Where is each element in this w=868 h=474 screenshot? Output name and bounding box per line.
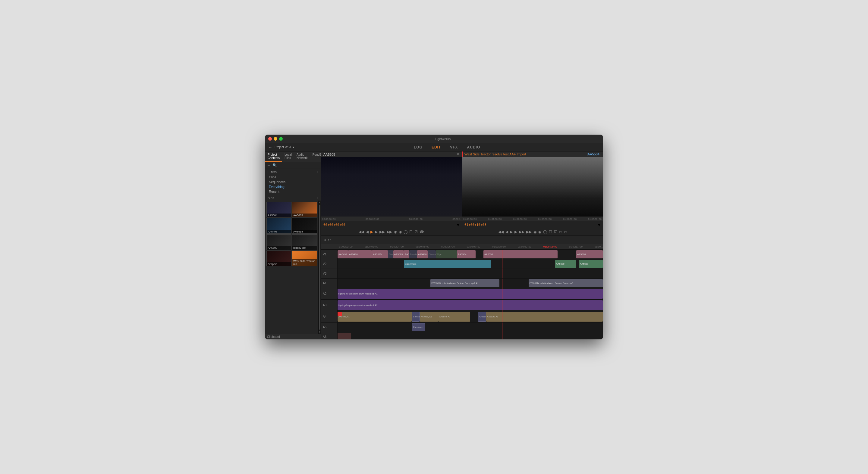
track-content-a1[interactable]: ZD595614 - chriskalhoon - Custom Demo.mp… bbox=[338, 278, 603, 288]
clip-aa5685[interactable]: AA5685 bbox=[372, 250, 388, 259]
tab-edit[interactable]: EDIT bbox=[432, 145, 441, 149]
back-icon[interactable]: ← bbox=[267, 163, 271, 167]
rec-to-start[interactable]: ◀◀ bbox=[498, 230, 504, 234]
track-content-a2[interactable]: fighting-for-you-quinn-erwin-musicbed, A… bbox=[338, 288, 603, 299]
minimize-button[interactable] bbox=[274, 137, 277, 141]
scroll-up[interactable]: ▲ bbox=[318, 201, 321, 204]
rec-play[interactable]: ▶ bbox=[510, 230, 513, 234]
rec-loop[interactable]: ▶▶ bbox=[526, 230, 532, 234]
clip-aa5530-a1[interactable]: AA5530, A1 bbox=[486, 312, 603, 321]
clip-dissolve1[interactable]: Dissolve bbox=[388, 250, 393, 259]
rec-step-fwd[interactable]: ▶ bbox=[515, 230, 517, 234]
close-button[interactable] bbox=[268, 137, 272, 141]
clip-aa568[interactable]: AA568 bbox=[404, 250, 409, 259]
clip-legacy-text[interactable]: legacy text bbox=[404, 260, 491, 268]
rec-audio1[interactable]: ✄ bbox=[559, 230, 562, 234]
rec-insert[interactable]: ◯ bbox=[543, 230, 547, 234]
clip-wst[interactable]: West Side Tractor res bbox=[292, 250, 317, 266]
clip-aa5496[interactable]: AA5496 bbox=[348, 250, 372, 259]
clip-crossfade1[interactable]: Crossfade bbox=[412, 312, 420, 321]
source-step-back[interactable]: ◀ bbox=[366, 230, 369, 234]
track-content-a6[interactable] bbox=[338, 332, 603, 339]
rec-clip[interactable]: ☑ bbox=[554, 230, 557, 234]
clip-dissolve2[interactable]: Dissolve bbox=[409, 250, 417, 259]
clip-aa5496-a1[interactable]: AA5496, A1 bbox=[338, 312, 412, 321]
source-loop[interactable]: ▶▶ bbox=[387, 230, 392, 234]
tl-tool2[interactable]: ↩ bbox=[328, 238, 331, 242]
track-content-a5[interactable]: Crossfade bbox=[338, 323, 603, 332]
tab-local-files[interactable]: Local Files bbox=[282, 151, 294, 162]
source-mark-out[interactable]: ◉ bbox=[399, 230, 402, 234]
clip-zd2[interactable]: ZD595614 - chriskalhoon - Custom Demo.mp… bbox=[529, 279, 603, 287]
clip-crossfade2[interactable]: Crossfad bbox=[478, 312, 486, 321]
clip-aa5498[interactable]: AA5498 bbox=[417, 250, 428, 259]
filters-expand[interactable]: + bbox=[316, 170, 318, 174]
rec-to-end[interactable]: ▶▶ bbox=[519, 230, 524, 234]
source-overwrite[interactable]: ☐ bbox=[409, 230, 412, 234]
source-audio[interactable]: ☎ bbox=[420, 230, 424, 234]
clip-aa5504[interactable]: AA5504 bbox=[457, 250, 475, 259]
clip-aa5508[interactable]: AA5508 bbox=[576, 250, 603, 259]
tab-audio[interactable]: AUDIO bbox=[467, 145, 480, 149]
clip-wipe[interactable]: Wipe bbox=[436, 250, 457, 259]
clip-aa5530[interactable]: AA5530 bbox=[484, 250, 558, 259]
clip-aa5504[interactable]: AA5504 bbox=[267, 202, 291, 217]
search-icon[interactable]: 🔍 bbox=[273, 163, 277, 167]
source-close[interactable]: ✕ bbox=[457, 153, 459, 156]
source-timecode-dropdown[interactable]: ▾ bbox=[457, 222, 459, 228]
clip-aa5504-a1[interactable]: AA5504, A1 bbox=[438, 312, 470, 321]
clip-legacy-text[interactable]: legacy text bbox=[292, 234, 317, 250]
source-mark-in[interactable]: ◉ bbox=[394, 230, 397, 234]
maximize-button[interactable] bbox=[279, 137, 283, 141]
clip-aa5683[interactable]: AA5683 bbox=[393, 250, 404, 259]
rec-mark-in[interactable]: ◉ bbox=[533, 230, 536, 234]
back-button[interactable]: ← bbox=[268, 145, 272, 149]
bins-add[interactable]: + bbox=[316, 196, 318, 200]
source-to-start[interactable]: ◀◀ bbox=[359, 230, 364, 234]
rec-mark-out[interactable]: ◉ bbox=[538, 230, 541, 234]
track-a4: A4 AA5496, A1 Crossfade AA5498, A1 AA550… bbox=[321, 311, 603, 323]
track-content-a4[interactable]: AA5496, A1 Crossfade AA5498, A1 AA5504, … bbox=[338, 311, 603, 322]
clip-graphic[interactable]: Graphic bbox=[267, 250, 291, 266]
clip-aa5496[interactable]: AA5496 bbox=[267, 218, 291, 234]
filter-sequences[interactable]: Sequences bbox=[268, 179, 318, 184]
scroll-thumb[interactable] bbox=[319, 205, 320, 330]
clip-fighting-a1[interactable]: fighting-for-you-quinn-erwin-musicbed, A… bbox=[338, 289, 603, 299]
clip-aa5498-a1[interactable]: AA5498, A1 bbox=[420, 312, 438, 321]
scroll-down[interactable]: ▼ bbox=[318, 331, 321, 333]
left-scrollbar[interactable]: ▲ ▼ bbox=[318, 201, 321, 334]
track-content-a3[interactable]: fighting-for-you-quinn-erwin-musicbed, A… bbox=[338, 300, 603, 311]
clip-aa5518[interactable]: AA5518 bbox=[292, 218, 317, 234]
rec-overwrite[interactable]: ☐ bbox=[549, 230, 552, 234]
source-to-end[interactable]: ▶▶ bbox=[379, 230, 385, 234]
filter-everything[interactable]: Everything bbox=[268, 184, 318, 189]
source-insert[interactable]: ◯ bbox=[404, 230, 407, 234]
record-timecode-dropdown[interactable]: ▾ bbox=[598, 222, 600, 228]
add-icon[interactable]: + bbox=[317, 163, 319, 167]
rec-step-back[interactable]: ◀ bbox=[505, 230, 508, 234]
rec-audio2[interactable]: ✄ bbox=[564, 230, 567, 234]
clip-aa5683[interactable]: AA5683 bbox=[292, 202, 317, 217]
clip-aa5493[interactable]: AA5493 bbox=[338, 250, 348, 259]
filter-clips[interactable]: Clips bbox=[268, 175, 318, 179]
clip-crossfade3[interactable]: Crossfade bbox=[412, 323, 425, 331]
source-clip[interactable]: ☑ bbox=[414, 230, 418, 234]
clip-aa5509-v2[interactable]: AA5509 bbox=[555, 260, 576, 268]
track-content-v2[interactable]: legacy text AA5509 AA5508 bbox=[338, 259, 603, 269]
clip-aa5509[interactable]: AA5509 bbox=[267, 234, 291, 250]
tl-tool1[interactable]: ⊕ bbox=[323, 238, 326, 242]
clip-fighting-a2[interactable]: fighting-for-you-quinn-erwin-musicbed, A… bbox=[338, 300, 603, 310]
track-content-v1[interactable]: AA5493 AA5496 AA5685 Dissolve AA5683 AA5… bbox=[338, 250, 603, 259]
clip-zd1[interactable]: ZD595614 - chriskalhoon - Custom Demo.mp… bbox=[430, 279, 499, 287]
tab-project-contents[interactable]: Project Contents bbox=[265, 151, 282, 162]
filter-recent[interactable]: Recent bbox=[268, 189, 318, 194]
source-step-fwd[interactable]: ▶ bbox=[375, 230, 378, 234]
clip-dissolve3[interactable]: Dissolve bbox=[428, 250, 435, 259]
tab-log[interactable]: LOG bbox=[414, 145, 423, 149]
clip-aa5508-v2[interactable]: AA5508 bbox=[579, 260, 603, 268]
tab-vfx[interactable]: VFX bbox=[450, 145, 458, 149]
source-play[interactable]: ▶ bbox=[370, 230, 373, 234]
clip-a6-red[interactable] bbox=[338, 333, 351, 339]
track-content-v3[interactable] bbox=[338, 269, 603, 278]
tab-audio-network[interactable]: Audio Network bbox=[294, 151, 310, 162]
